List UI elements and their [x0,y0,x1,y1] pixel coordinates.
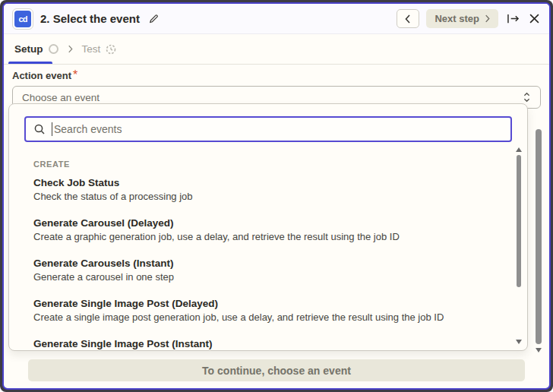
tab-setup[interactable]: Setup [14,43,58,55]
setup-progress-circle-icon [49,44,58,54]
zap-step-dialog: cd 2. Select the event Next step [2,2,551,390]
page-title: 2. Select the event [40,12,140,25]
header-actions: Next step [397,9,541,28]
search-area [9,104,527,142]
previous-step-button[interactable] [397,9,419,28]
continue-disabled-button[interactable]: To continue, choose an event [28,359,525,381]
event-dropdown-panel: CREATE Check Job Status Check the status… [8,103,528,351]
list-item-check-job-status[interactable]: Check Job Status Check the status of a p… [33,176,492,203]
tab-test[interactable]: Test [82,43,117,55]
test-clock-icon [106,44,116,55]
list-scroll-up-arrow[interactable] [516,147,522,152]
text-caret [52,122,52,136]
required-asterisk: * [73,68,77,81]
chevron-right-icon [485,14,490,23]
chevron-left-icon [405,14,411,24]
contentdrips-logo-icon: cd [14,11,31,27]
edit-title-pencil-icon[interactable] [147,11,161,26]
event-title: Generate Carousels (Instant) [33,257,492,270]
action-event-label: Action event [12,70,71,81]
search-icon [33,123,46,135]
close-icon[interactable] [528,12,541,25]
setup-form: Action event* Choose an event [4,65,549,109]
list-scroll-down-arrow[interactable] [516,340,522,344]
list-item-generate-single-image-post-delayed[interactable]: Generate Single Image Post (Delayed) Cre… [33,297,492,324]
next-step-button[interactable]: Next step [426,9,498,28]
tab-setup-label: Setup [14,43,43,55]
list-item-generate-single-image-post-instant[interactable]: Generate Single Image Post (Instant) [33,337,492,350]
event-description: Generate a carousel in one step [33,270,492,283]
event-title: Generate Single Image Post (Instant) [33,337,492,350]
dialog-scrollbar-thumb[interactable] [536,129,542,344]
event-title: Check Job Status [33,176,492,189]
select-updown-chevron-icon [523,91,531,103]
list-item-generate-carousel-delayed[interactable]: Generate Carousel (Delayed) Create a gra… [33,217,492,243]
list-scrollbar-thumb[interactable] [517,155,521,287]
event-title: Generate Single Image Post (Delayed) [33,297,492,310]
window-frame: cd 2. Select the event Next step [0,0,553,392]
event-description: Create a graphic generation job, use a d… [33,230,492,243]
search-box [24,116,512,142]
next-step-label: Next step [434,13,479,24]
list-item-generate-carousels-instant[interactable]: Generate Carousels (Instant) Generate a … [33,257,492,283]
chevron-right-icon [68,45,73,53]
active-tab-indicator [8,62,52,64]
section-header-create: CREATE [33,160,492,169]
event-title: Generate Carousel (Delayed) [33,217,492,229]
event-description: Create a single image post generation jo… [33,311,492,324]
app-icon: cd [12,8,33,30]
event-list: CREATE Check Job Status Check the status… [9,142,527,350]
tab-test-label: Test [82,43,101,55]
step-tabs: Setup Test [4,34,549,65]
collapse-panel-icon[interactable] [505,11,521,26]
dialog-header: cd 2. Select the event Next step [4,4,549,34]
select-value: Choose an event [22,92,100,103]
event-description: Check the status of a processing job [33,190,492,203]
search-events-input[interactable] [54,123,503,135]
dialog-scroll-down-arrow[interactable] [536,348,542,352]
